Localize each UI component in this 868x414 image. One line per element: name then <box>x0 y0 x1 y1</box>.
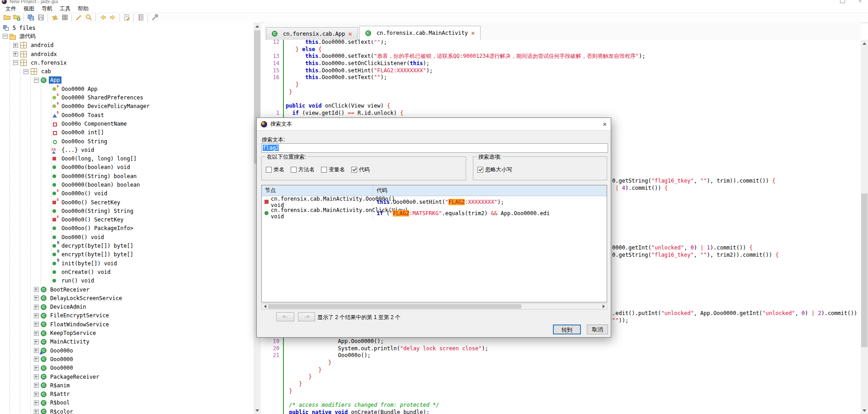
tree-item[interactable]: Ooo00o ComponentName <box>0 119 254 128</box>
expand-icon[interactable] <box>34 305 39 310</box>
report-button[interactable] <box>136 14 146 23</box>
tree-item[interactable]: FileEncryptService <box>0 311 254 320</box>
expand-icon[interactable] <box>34 366 39 371</box>
tree-item[interactable]: DelayLockScreenService <box>0 294 254 302</box>
expand-icon[interactable] <box>13 52 18 56</box>
menu-item-导航[interactable]: 导航 <box>38 5 56 13</box>
tree-item[interactable]: App <box>0 76 254 85</box>
tree-item[interactable]: sOoo00o() SecretKey <box>0 198 254 207</box>
dialog-titlebar[interactable]: 搜索文本 × <box>257 118 611 131</box>
tree-item[interactable]: Nencrypt(byte[]) byte[] <box>0 250 254 259</box>
tree-item[interactable]: Ooo0(long, long) long[] <box>0 154 254 163</box>
tree-item[interactable]: R$anim <box>0 381 254 390</box>
tree-item[interactable]: Ooo000o <box>0 346 254 355</box>
tree-item[interactable]: KeepTopService <box>0 329 254 337</box>
menu-item-视图[interactable]: 视图 <box>20 5 38 13</box>
expand-icon[interactable] <box>34 331 39 336</box>
open-button[interactable] <box>2 14 12 23</box>
expand-icon[interactable] <box>34 287 39 292</box>
result-row[interactable]: cn.forensix.cab.MainActivity.Ooo000o() v… <box>262 196 607 207</box>
scroll-right-icon[interactable] <box>600 304 607 309</box>
collapse-icon[interactable] <box>13 60 18 65</box>
expand-icon[interactable] <box>34 374 39 379</box>
scroll-left-icon[interactable] <box>262 304 268 309</box>
checkbox-icon[interactable] <box>321 167 327 173</box>
close-icon[interactable]: × <box>603 121 607 127</box>
back-button[interactable] <box>98 14 108 23</box>
expand-icon[interactable] <box>34 392 39 397</box>
search-input[interactable]: flag2 <box>261 143 608 153</box>
tree-item[interactable]: BootReceiver <box>0 285 254 294</box>
close-icon[interactable]: × <box>859 0 862 4</box>
tab-close-icon[interactable]: × <box>471 30 475 36</box>
tree-item[interactable]: Ooo00o0(String) String <box>0 207 254 215</box>
save-all-button[interactable] <box>26 14 36 23</box>
tree-item[interactable]: sOoo0000 App <box>0 85 254 93</box>
scroll-down-icon[interactable] <box>861 407 868 414</box>
scroll-up-icon[interactable] <box>254 23 261 30</box>
tree-item[interactable]: cn.forensix <box>0 58 254 67</box>
tree-item[interactable]: android <box>0 41 254 50</box>
tree-item[interactable]: sOoo000o() void <box>0 189 254 198</box>
tree-item[interactable]: FloatWindowService <box>0 320 254 329</box>
prev-result-button[interactable]: <- <box>276 312 294 321</box>
checkbox-option[interactable]: 变量名 <box>321 166 345 174</box>
tree-item[interactable]: Ninit(byte[]) void <box>0 259 254 268</box>
tree-item[interactable]: DeviceAdmin <box>0 303 254 311</box>
checkbox-checked-icon[interactable] <box>351 167 357 173</box>
expand-icon[interactable] <box>34 348 39 353</box>
expand-icon[interactable] <box>34 409 39 414</box>
search-text-button[interactable] <box>74 14 84 23</box>
expand-icon[interactable] <box>34 339 39 344</box>
tab-close-icon[interactable]: × <box>348 31 352 37</box>
collapse-icon[interactable] <box>34 78 39 83</box>
checkbox-option[interactable]: 类名 <box>266 166 284 174</box>
results-h-scrollbar[interactable] <box>261 303 607 310</box>
checkbox-option[interactable]: 方法名 <box>291 166 315 174</box>
tab-cn.forensix.cab.MainActivity[interactable]: cn.forensix.cab.MainActivity× <box>359 26 481 40</box>
tree-item[interactable]: Ooo00oo String <box>0 137 254 146</box>
menu-item-工具[interactable]: 工具 <box>56 5 74 13</box>
result-row[interactable]: cn.forensix.cab.MainActivity.onClick(Vie… <box>262 207 607 219</box>
menu-item-文件[interactable]: 文件 <box>2 5 20 13</box>
forward-button[interactable] <box>108 14 118 23</box>
tree-item[interactable]: cab <box>0 67 254 75</box>
tree-item[interactable]: Ooo00o0 int[] <box>0 128 254 137</box>
tree-item[interactable]: 源代码 <box>0 32 254 41</box>
expand-icon[interactable] <box>13 43 18 48</box>
collapse-icon[interactable] <box>3 34 8 39</box>
scroll-down-icon[interactable] <box>254 407 261 414</box>
collapse-icon[interactable] <box>24 69 28 74</box>
checkbox-checked-icon[interactable] <box>477 167 483 173</box>
h-scrollbar-thumb[interactable] <box>268 304 521 309</box>
log-button[interactable] <box>122 14 132 23</box>
add-files-button[interactable] <box>12 14 22 23</box>
tree-item[interactable]: 5 files <box>0 24 254 32</box>
tree-item[interactable]: Ooo0000(boolean) boolean <box>0 180 254 189</box>
tree-item[interactable]: MainActivity <box>0 338 254 346</box>
tree-item[interactable]: Ndecrypt(byte[]) byte[] <box>0 241 254 250</box>
editor-scrollbar[interactable] <box>861 40 868 414</box>
expand-icon[interactable] <box>34 296 39 301</box>
tree-item[interactable]: sOoo000o DevicePolicyManager <box>0 102 254 111</box>
tree-item[interactable]: R$attr <box>0 390 254 398</box>
tree-item[interactable]: Ooo00oo() PackageInfo> <box>0 224 254 233</box>
checkbox-icon[interactable] <box>266 167 272 173</box>
scroll-up-icon[interactable] <box>861 40 868 47</box>
checkbox-option[interactable]: 代码 <box>351 166 370 174</box>
expand-icon[interactable] <box>34 383 39 388</box>
go-button[interactable]: 转到 <box>553 325 581 334</box>
editor-scrollbar-thumb[interactable] <box>861 193 868 347</box>
tree-item[interactable]: sOoo0000 SharedPreferences <box>0 93 254 102</box>
tree-item[interactable]: R$color <box>0 407 254 414</box>
preferences-button[interactable] <box>150 14 160 23</box>
tree-item[interactable]: onCreate() void <box>0 268 254 276</box>
expand-icon[interactable] <box>34 400 39 405</box>
deobfuscation-button[interactable] <box>60 14 70 23</box>
next-result-button[interactable]: -> <box>298 312 315 321</box>
tree-item[interactable]: R$bool <box>0 399 254 407</box>
tree-item[interactable]: Ooo0000 <box>0 364 254 372</box>
export-button[interactable] <box>36 14 46 23</box>
cancel-button[interactable]: 取消 <box>587 325 608 334</box>
search-class-button[interactable] <box>84 14 94 23</box>
